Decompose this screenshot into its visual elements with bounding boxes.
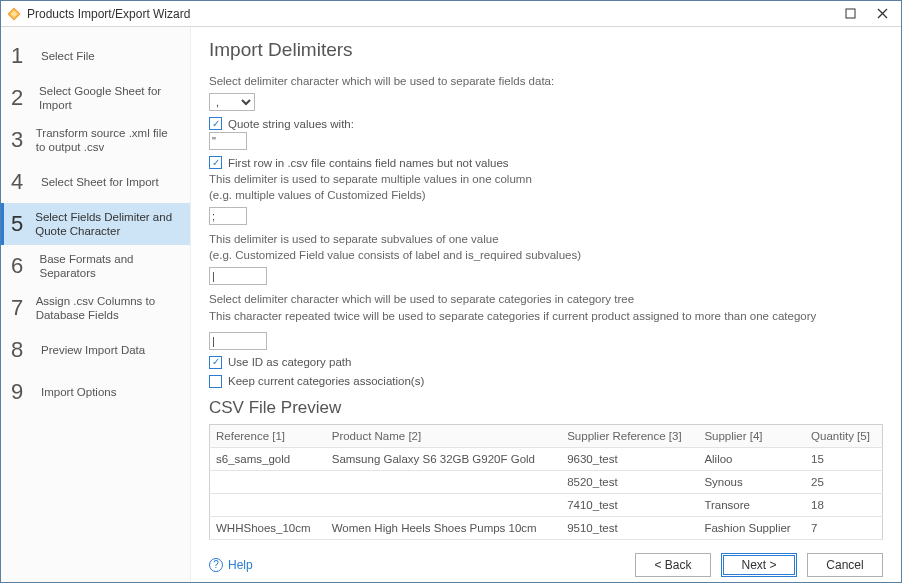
step-2[interactable]: 2 Select Google Sheet for Import [1,77,190,119]
maximize-icon[interactable] [841,5,859,23]
step-label: Select Google Sheet for Import [39,84,180,113]
keepcat-checkbox[interactable]: ✓ [209,375,222,388]
table-row: 8520_test Synous 25 [210,470,883,493]
multi-desc: This delimiter is used to separate multi… [209,171,883,203]
step-label: Select File [41,49,95,63]
step-6[interactable]: 6 Base Formats and Separators [1,245,190,287]
quote-checkbox-label: Quote string values with: [228,118,354,130]
category-delimiter-input[interactable] [209,332,267,350]
step-1[interactable]: 1 Select File [1,35,190,77]
step-5[interactable]: 5 Select Fields Delimiter and Quote Char… [1,203,190,245]
step-7[interactable]: 7 Assign .csv Columns to Database Fields [1,287,190,329]
table-row: s6_sams_gold Samsung Galaxy S6 32GB G920… [210,447,883,470]
wizard-buttons: < Back Next > Cancel [635,553,883,577]
keepcat-checkbox-row[interactable]: ✓ Keep current categories association(s) [209,375,883,388]
step-9[interactable]: 9 Import Options [1,371,190,413]
help-link[interactable]: ? Help [209,558,253,572]
step-num: 8 [11,337,29,363]
window-title: Products Import/Export Wizard [27,7,190,21]
col-reference[interactable]: Reference [1] [210,424,326,447]
col-quantity[interactable]: Quantity [5] [805,424,882,447]
step-4[interactable]: 4 Select Sheet for Import [1,161,190,203]
step-num: 7 [11,295,24,321]
field-delimiter-select[interactable]: , [209,93,255,111]
step-label: Import Options [41,385,116,399]
cat-desc: Select delimiter character which will be… [209,291,883,323]
step-8[interactable]: 8 Preview Import Data [1,329,190,371]
wizard-footer: ? Help < Back Next > Cancel [209,540,883,578]
step-label: Preview Import Data [41,343,145,357]
titlebar-left: Products Import/Export Wizard [7,7,190,21]
multi-delimiter-input[interactable] [209,207,247,225]
firstrow-checkbox-row[interactable]: ✓ First row in .csv file contains field … [209,156,883,169]
page-heading: Import Delimiters [209,39,883,61]
quote-checkbox[interactable]: ✓ [209,117,222,130]
quote-checkbox-row[interactable]: ✓ Quote string values with: [209,117,883,130]
titlebar-controls [841,5,897,23]
step-label: Transform source .xml file to output .cs… [36,126,180,155]
step-num: 3 [11,127,24,153]
step-label: Assign .csv Columns to Database Fields [36,294,180,323]
back-button[interactable]: < Back [635,553,711,577]
sub-desc: This delimiter is used to separate subva… [209,231,883,263]
firstrow-checkbox-label: First row in .csv file contains field na… [228,157,509,169]
step-num: 1 [11,43,29,69]
quote-char-input[interactable] [209,132,247,150]
main-panel: Import Delimiters Select delimiter chara… [191,27,901,582]
help-icon: ? [209,558,223,572]
step-num: 2 [11,85,27,111]
useid-checkbox[interactable]: ✓ [209,356,222,369]
body: 1 Select File 2 Select Google Sheet for … [1,27,901,582]
step-label: Select Sheet for Import [41,175,159,189]
table-row: WHHShoes_10cm Women High Heels Shoes Pum… [210,516,883,539]
delimiter-desc: Select delimiter character which will be… [209,73,883,89]
col-supplier[interactable]: Supplier [4] [698,424,805,447]
window-frame: Products Import/Export Wizard 1 Select F… [0,0,902,583]
useid-checkbox-row[interactable]: ✓ Use ID as category path [209,356,883,369]
step-3[interactable]: 3 Transform source .xml file to output .… [1,119,190,161]
col-supplier-ref[interactable]: Supplier Reference [3] [561,424,698,447]
next-button[interactable]: Next > [721,553,797,577]
cancel-button[interactable]: Cancel [807,553,883,577]
step-num: 5 [11,211,23,237]
wizard-sidebar: 1 Select File 2 Select Google Sheet for … [1,27,191,582]
table-header-row: Reference [1] Product Name [2] Supplier … [210,424,883,447]
step-label: Select Fields Delimiter and Quote Charac… [35,210,180,239]
close-icon[interactable] [873,5,891,23]
step-num: 9 [11,379,29,405]
sub-delimiter-input[interactable] [209,267,267,285]
preview-heading: CSV File Preview [209,398,883,418]
titlebar: Products Import/Export Wizard [1,1,901,27]
step-label: Base Formats and Separators [39,252,180,281]
col-product-name[interactable]: Product Name [2] [326,424,561,447]
firstrow-checkbox[interactable]: ✓ [209,156,222,169]
svg-rect-0 [846,9,855,18]
step-num: 6 [11,253,27,279]
step-num: 4 [11,169,29,195]
csv-preview-table: Reference [1] Product Name [2] Supplier … [209,424,883,540]
keepcat-checkbox-label: Keep current categories association(s) [228,375,424,387]
table-row: 7410_test Transore 18 [210,493,883,516]
useid-checkbox-label: Use ID as category path [228,356,351,368]
help-label: Help [228,558,253,572]
app-icon [7,7,21,21]
